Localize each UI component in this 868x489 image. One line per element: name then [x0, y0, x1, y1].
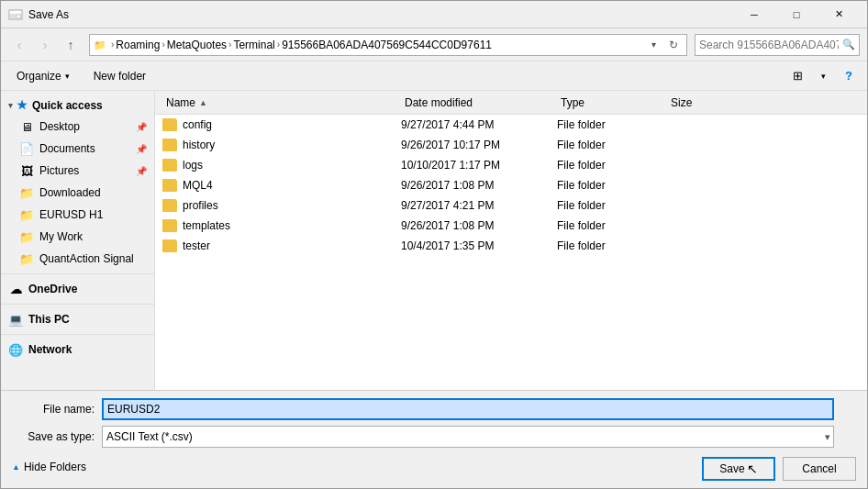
table-row[interactable]: tester 10/4/2017 1:35 PM File folder [155, 236, 867, 256]
sidebar-item-label-2: Pictures [39, 164, 79, 177]
close-button[interactable]: ✕ [818, 1, 860, 28]
address-dropdown-button[interactable]: ▾ [646, 34, 661, 56]
back-button[interactable]: ‹ [8, 34, 30, 56]
save-as-dialog: Save As ─ □ ✕ ‹ › ↑ › Roaming › MetaQuot… [0, 0, 868, 489]
network-label: Network [28, 343, 72, 356]
filename-row: File name: [12, 398, 856, 420]
organize-label: Organize [17, 70, 61, 83]
file-list-area: Name ▲ Date modified Type Size config 9/… [155, 91, 867, 390]
table-row[interactable]: templates 9/26/2017 1:08 PM File folder [155, 216, 867, 236]
organize-button[interactable]: Organize ▾ [8, 65, 78, 87]
refresh-button[interactable]: ↻ [664, 36, 683, 54]
onedrive-icon: ☁ [8, 282, 23, 296]
sidebar-item-documents[interactable]: 📄 Documents 📌 [1, 138, 154, 160]
sidebar-item-onedrive[interactable]: ☁ OneDrive [1, 278, 154, 300]
folder-icon-file-2 [162, 159, 177, 172]
quick-access-chevron-icon: ▾ [8, 101, 13, 110]
address-bar[interactable]: › Roaming › MetaQuotes › Terminal › 9155… [89, 34, 687, 56]
sidebar-divider-1 [1, 273, 154, 274]
sidebar-items: 🖥 Desktop 📌 📄 Documents 📌 🖼 Pictures 📌 📁… [1, 116, 154, 270]
folder-icon-6: 📁 [19, 251, 34, 266]
file-date-cell-6: 10/4/2017 1:35 PM [401, 239, 557, 252]
folder-icon-file-5 [162, 219, 177, 232]
table-row[interactable]: profiles 9/27/2017 4:21 PM File folder [155, 195, 867, 216]
table-row[interactable]: config 9/27/2017 4:44 PM File folder [155, 115, 867, 135]
sidebar-item-label-3: Downloaded [39, 186, 101, 199]
sidebar-item-quantaction-signal[interactable]: 📁 QuantAction Signal [1, 248, 154, 270]
up-button[interactable]: ↑ [60, 34, 82, 56]
file-type-cell-0: File folder [557, 118, 667, 131]
cancel-button[interactable]: Cancel [783, 457, 856, 481]
table-row[interactable]: history 9/26/2017 10:17 PM File folder [155, 135, 867, 155]
sidebar-item-label-5: My Work [39, 230, 83, 243]
filename-input[interactable] [102, 398, 834, 420]
forward-button[interactable]: › [34, 34, 56, 56]
folder-icon-5: 📁 [19, 229, 34, 244]
action-buttons: Save ↖ Cancel [702, 457, 856, 481]
folder-icon-file-6 [162, 239, 177, 252]
file-type-cell-6: File folder [557, 239, 667, 252]
sidebar-item-label-1: Documents [39, 142, 95, 155]
folder-icon-file-4 [162, 199, 177, 212]
file-type-cell-2: File folder [557, 159, 667, 172]
filetype-row: Save as type: ASCII Text (*.csv) CSV (*.… [12, 426, 856, 448]
window-controls: ─ □ ✕ [733, 1, 860, 28]
save-button[interactable]: Save ↖ [702, 457, 775, 481]
pin-icon-0: 📌 [136, 122, 147, 132]
file-name-cell-4: profiles [162, 199, 401, 212]
file-date-cell-5: 9/26/2017 1:08 PM [401, 219, 557, 232]
breadcrumb-part-5[interactable]: 915566BA06ADA407569C544CC0D97611 [282, 39, 492, 51]
search-box[interactable]: 🔍 [695, 34, 860, 56]
help-button[interactable]: ? [838, 65, 860, 87]
this-pc-label: This PC [28, 313, 70, 326]
breadcrumb: › Roaming › MetaQuotes › Terminal › 9155… [94, 39, 642, 51]
file-name-cell-3: MQL4 [162, 179, 401, 192]
view-controls: ⊞ ▾ ? [786, 65, 860, 87]
folder-icon-4: 📁 [19, 207, 34, 222]
table-row[interactable]: logs 10/10/2017 1:17 PM File folder [155, 155, 867, 175]
maximize-button[interactable]: □ [775, 1, 818, 28]
file-list: config 9/27/2017 4:44 PM File folder his… [155, 115, 867, 390]
breadcrumb-part-2[interactable]: Roaming [116, 39, 160, 51]
view-dropdown-button[interactable]: ▾ [812, 65, 834, 87]
file-name-cell-6: tester [162, 239, 401, 252]
minimize-button[interactable]: ─ [733, 1, 775, 28]
filetype-label: Save as type: [12, 430, 95, 443]
sidebar-item-desktop[interactable]: 🖥 Desktop 📌 [1, 116, 154, 138]
sidebar-item-this-pc[interactable]: 💻 This PC [1, 308, 154, 330]
breadcrumb-part-3[interactable]: MetaQuotes [167, 39, 227, 51]
svg-rect-2 [17, 15, 20, 18]
filetype-select-wrap[interactable]: ASCII Text (*.csv) CSV (*.csv) Text (*.t… [102, 426, 834, 448]
search-input[interactable] [699, 39, 839, 51]
quick-access-header[interactable]: ▾ ★ Quick access [1, 94, 154, 116]
file-date-cell-1: 9/26/2017 10:17 PM [401, 139, 557, 151]
filename-label: File name: [12, 403, 95, 416]
col-header-date[interactable]: Date modified [401, 91, 557, 114]
onedrive-label: OneDrive [28, 283, 77, 295]
sidebar-item-network[interactable]: 🌐 Network [1, 339, 154, 361]
sidebar-item-label-4: EURUSD H1 [39, 208, 103, 221]
file-date-cell-3: 9/26/2017 1:08 PM [401, 179, 557, 192]
search-icon: 🔍 [842, 39, 855, 50]
hide-folders-label: Hide Folders [24, 461, 86, 473]
hide-folders-row[interactable]: ▲ Hide Folders [12, 461, 86, 473]
breadcrumb-part-4[interactable]: Terminal [233, 39, 274, 51]
breadcrumb-part-1[interactable] [94, 39, 109, 51]
col-header-name[interactable]: Name ▲ [162, 91, 401, 114]
bottom-area: File name: Save as type: ASCII Text (*.c… [1, 390, 867, 488]
address-toolbar: ‹ › ↑ › Roaming › MetaQuotes › Terminal … [1, 28, 867, 61]
sidebar-item-eurusd-h1[interactable]: 📁 EURUSD H1 [1, 204, 154, 226]
sidebar-item-my-work[interactable]: 📁 My Work [1, 226, 154, 248]
col-header-size[interactable]: Size [667, 91, 740, 114]
table-row[interactable]: MQL4 9/26/2017 1:08 PM File folder [155, 175, 867, 195]
main-area: ▾ ★ Quick access 🖥 Desktop 📌 📄 Documents… [1, 91, 867, 390]
view-button[interactable]: ⊞ [786, 65, 808, 87]
sidebar-item-downloaded[interactable]: 📁 Downloaded [1, 182, 154, 204]
new-folder-button[interactable]: New folder [85, 65, 154, 87]
network-icon: 🌐 [8, 342, 23, 357]
filetype-select[interactable]: ASCII Text (*.csv) CSV (*.csv) Text (*.t… [102, 426, 834, 448]
col-header-type[interactable]: Type [557, 91, 667, 114]
folder-icon-2: 🖼 [19, 163, 34, 178]
file-name-cell-0: config [162, 118, 401, 131]
sidebar-item-pictures[interactable]: 🖼 Pictures 📌 [1, 160, 154, 182]
